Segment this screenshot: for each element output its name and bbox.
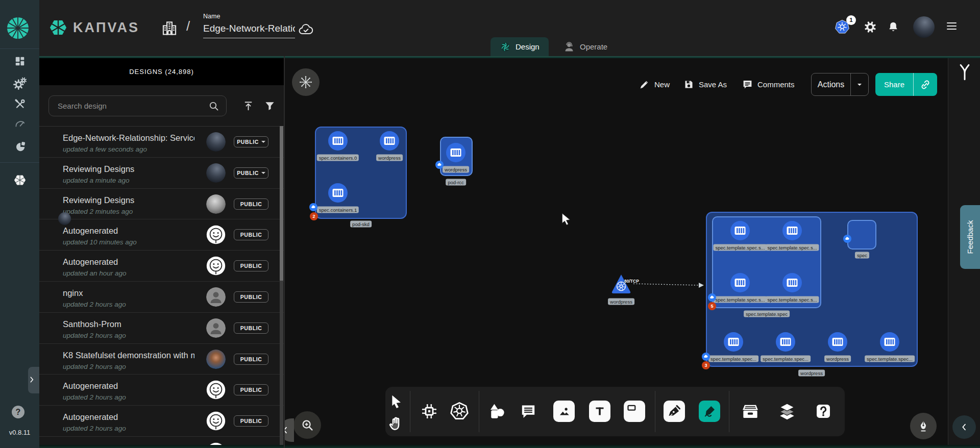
k8s-container-node[interactable] [380, 131, 399, 151]
freehand-draw-tool-icon[interactable] [699, 401, 720, 422]
k8s-container-node[interactable] [328, 131, 348, 151]
list-scrollbar-track[interactable] [280, 126, 283, 445]
select-cursor-tool-icon[interactable] [389, 394, 402, 408]
visibility-badge[interactable]: PUBLIC [234, 291, 268, 303]
k8s-container-node[interactable] [782, 221, 802, 240]
k8s-container-node[interactable] [782, 273, 802, 292]
design-owner-avatar[interactable] [206, 163, 226, 183]
design-list-item[interactable]: Reviewing Designsupdated 2 minutes agoPU… [39, 189, 284, 220]
filter-funnel-icon[interactable] [264, 100, 276, 112]
design-list-item[interactable]: Autogeneratedupdated 2 hours agoPUBLIC [39, 437, 284, 445]
design-list-item[interactable]: K8 Statefulset demonstration with moupda… [39, 344, 284, 375]
cloud-badge[interactable] [843, 235, 851, 243]
design-list-item[interactable]: Reviewing Designsupdated a minute agoPUB… [39, 158, 284, 189]
comments-button[interactable]: Comments [742, 73, 795, 96]
actions-button[interactable]: Actions [811, 73, 869, 96]
k8s-group-template[interactable] [712, 216, 821, 308]
cloud-badge[interactable] [702, 353, 710, 361]
cloud-badge[interactable] [708, 293, 716, 302]
design-canvas[interactable]: New Save As Comments Actions Share pod-s… [285, 58, 948, 445]
save-as-button[interactable]: Save As [683, 73, 727, 96]
design-list-item[interactable]: Santhosh-Promupdated 2 hours agoPUBLIC [39, 313, 284, 344]
visibility-badge[interactable]: PUBLIC [234, 167, 268, 179]
design-list-item[interactable]: Autogeneratedupdated 10 minutes agoPUBLI… [39, 219, 284, 251]
search-icon[interactable] [208, 100, 220, 112]
performance-gauge-icon[interactable] [13, 117, 27, 130]
sort-upload-icon[interactable] [242, 100, 254, 112]
help-icon[interactable]: ? [12, 406, 24, 418]
right-panel-chevron[interactable] [952, 415, 976, 439]
kanvas-brand[interactable]: KAΠVAS [48, 18, 139, 37]
visibility-badge[interactable]: PUBLIC [234, 322, 268, 334]
annotate-pen-button[interactable] [910, 413, 937, 439]
hamburger-menu-icon[interactable] [947, 22, 957, 32]
merge-y-icon[interactable] [957, 63, 972, 81]
cloud-badge[interactable] [435, 161, 444, 169]
components-chip-tool-icon[interactable] [422, 404, 437, 419]
image-tool-icon[interactable] [553, 401, 575, 422]
design-list-item[interactable]: Edge-Network-Relationship: Serviceupdate… [39, 127, 284, 158]
settings-gear-icon[interactable] [864, 21, 877, 34]
cloud-badge[interactable] [309, 203, 317, 211]
pan-hand-tool-icon[interactable] [389, 417, 402, 430]
design-owner-avatar[interactable] [206, 380, 226, 400]
k8s-container-node[interactable] [328, 183, 348, 203]
layers-tool-icon[interactable] [779, 403, 795, 419]
k8s-container-node[interactable] [880, 332, 899, 352]
kubernetes-tool-icon[interactable] [451, 403, 468, 419]
search-input[interactable] [58, 102, 208, 110]
k8s-container-node[interactable] [730, 221, 750, 240]
k8s-container-node[interactable] [828, 332, 847, 352]
visibility-badge[interactable]: PUBLIC [234, 260, 268, 271]
k8s-service-triangle[interactable] [609, 272, 633, 296]
notifications-bell-icon[interactable] [887, 21, 900, 34]
text-tool-icon[interactable] [589, 401, 610, 422]
design-name-input[interactable] [203, 23, 295, 38]
design-owner-avatar[interactable] [206, 287, 226, 307]
organization-building-icon[interactable] [161, 19, 178, 36]
design-owner-avatar[interactable] [206, 132, 226, 152]
design-list-item[interactable]: Autogeneratedupdated 2 hours agoPUBLIC [39, 375, 284, 406]
frame-tool-icon[interactable] [624, 401, 645, 422]
design-owner-avatar[interactable] [206, 225, 226, 244]
panel-expander-chevron[interactable] [28, 367, 39, 393]
k8s-group-spec[interactable] [847, 220, 876, 250]
visibility-badge[interactable]: PUBLIC [234, 136, 268, 147]
kanvas-hexagon-icon[interactable] [13, 173, 27, 187]
error-count-badge[interactable]: 3 [702, 361, 710, 369]
shapes-tool-icon[interactable] [488, 403, 505, 419]
visibility-badge[interactable]: PUBLIC [234, 384, 268, 395]
comment-tool-icon[interactable] [521, 404, 536, 419]
pen-tool-icon[interactable] [664, 401, 685, 422]
design-list-item[interactable]: nginxupdated 2 hours agoPUBLIC [39, 282, 284, 313]
error-count-badge[interactable]: 2 [310, 212, 318, 220]
panel-collapse-chevron[interactable] [285, 418, 294, 442]
design-owner-avatar[interactable] [206, 411, 226, 431]
actions-caret-icon[interactable] [851, 84, 868, 86]
list-scrollbar-thumb[interactable] [280, 126, 283, 281]
design-owner-avatar[interactable] [206, 350, 226, 369]
tab-operate[interactable]: Operate [554, 37, 617, 56]
new-button[interactable]: New [639, 73, 670, 96]
design-owner-avatar[interactable] [206, 194, 226, 214]
design-list-item[interactable]: Autogeneratedupdated 2 hours agoPUBLIC [39, 406, 284, 437]
extensions-icon[interactable] [13, 140, 27, 153]
k8s-container-node[interactable] [730, 273, 750, 292]
visibility-badge[interactable]: PUBLIC [234, 229, 268, 240]
visibility-badge[interactable]: PUBLIC [234, 415, 268, 427]
visibility-badge[interactable]: PUBLIC [234, 354, 268, 365]
design-owner-avatar[interactable] [206, 256, 226, 276]
configuration-tools-icon[interactable] [14, 98, 26, 110]
k8s-container-node[interactable] [776, 332, 795, 352]
design-owner-avatar[interactable] [206, 318, 226, 338]
share-link-icon[interactable] [914, 79, 937, 91]
zoom-button[interactable] [293, 411, 321, 439]
lifecycle-gears-icon[interactable] [13, 77, 27, 90]
feedback-tab[interactable]: Feedback [960, 205, 980, 269]
tab-design[interactable]: Design [491, 37, 549, 56]
design-list-item[interactable]: Autogeneratedupdated an hour agoPUBLIC [39, 251, 284, 282]
share-button[interactable]: Share [875, 73, 937, 96]
user-avatar[interactable] [913, 16, 935, 38]
dashboard-icon[interactable] [14, 56, 26, 67]
help-tool-icon[interactable] [816, 404, 831, 419]
